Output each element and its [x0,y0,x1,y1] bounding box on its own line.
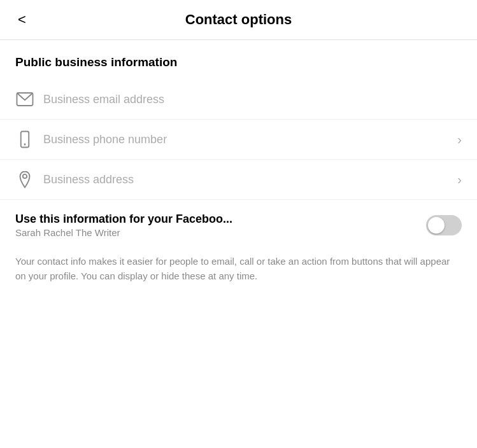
list-item-phone[interactable]: Business phone number › [0,120,477,160]
back-button[interactable]: < [13,10,31,29]
header: < Contact options [0,0,477,40]
phone-chevron-icon: › [457,132,462,147]
email-icon [15,90,43,109]
facebook-toggle-switch[interactable] [426,215,462,235]
phone-label: Business phone number [43,133,452,146]
email-label: Business email address [43,93,462,106]
address-chevron-icon: › [457,172,462,187]
section-title: Public business information [0,40,477,80]
toggle-sub-text: Sarah Rachel The Writer [15,227,418,238]
list-item-email[interactable]: Business email address [0,80,477,120]
page-title: Contact options [185,11,292,28]
phone-icon [15,130,43,149]
toggle-main-text: Use this information for your Faceboo... [15,213,418,226]
toggle-text-block: Use this information for your Faceboo...… [15,213,418,238]
info-text: Your contact info makes it easier for pe… [0,242,477,296]
facebook-toggle-row: Use this information for your Faceboo...… [0,200,477,242]
address-label: Business address [43,173,452,186]
list-item-address[interactable]: Business address › [0,160,477,200]
location-icon [15,170,43,189]
svg-point-3 [23,174,27,178]
